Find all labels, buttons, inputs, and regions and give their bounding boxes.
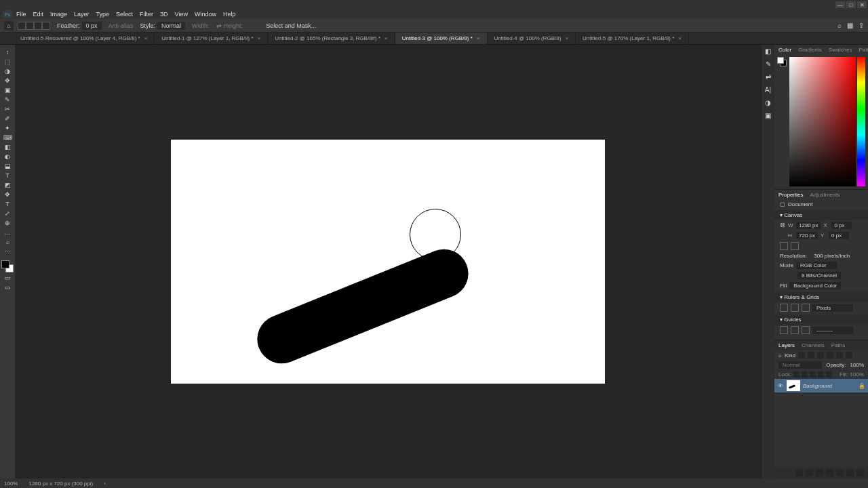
canvas-area[interactable] [15, 45, 761, 479]
visibility-icon[interactable]: 👁 [777, 382, 784, 389]
lasso-tool[interactable]: ◑ [1, 66, 14, 75]
filter-type-icon[interactable] [817, 352, 824, 359]
document-info[interactable]: 1280 px x 720 px (300 ppi) [28, 481, 93, 487]
eraser-tool[interactable]: ◐ [1, 152, 14, 161]
filter-shape-icon[interactable] [827, 352, 833, 359]
hand-tool[interactable]: … [1, 228, 14, 237]
link-layers-icon[interactable] [795, 469, 803, 476]
workspace-icon[interactable]: ▦ [847, 22, 853, 29]
tab-adjustments[interactable]: Adjustments [810, 192, 840, 198]
menu-help[interactable]: Help [223, 11, 236, 18]
doc-tab-0[interactable]: Untitled-5-Recovered @ 100% (Layer 4, RG… [14, 33, 155, 44]
link-icon[interactable]: ⛓ [780, 222, 785, 228]
color-swatches[interactable] [1, 260, 14, 272]
search-icon[interactable]: ⌕ [837, 22, 842, 29]
lock-trans-icon[interactable] [793, 371, 800, 378]
crop-tool[interactable]: ▣ [1, 85, 14, 94]
lock-all-icon[interactable] [826, 371, 832, 378]
mode-select[interactable]: RGB Color [796, 262, 837, 269]
guides-section-header[interactable]: ▾ Guides [774, 314, 868, 325]
panel-icon-1[interactable]: ✎ [766, 60, 771, 68]
doc-tab-4[interactable]: Untitled-4 @ 100% (RGB/8)× [488, 33, 576, 44]
feather-input[interactable]: 0 px [82, 22, 102, 30]
tab-properties[interactable]: Properties [778, 192, 803, 198]
object-select-tool[interactable]: ✥ [1, 76, 14, 85]
close-icon[interactable]: × [565, 35, 568, 41]
move-tool[interactable]: ↕ [1, 47, 14, 56]
layer-thumbnail[interactable] [787, 380, 800, 391]
layer-name[interactable]: Background [803, 383, 856, 389]
select-mask-button[interactable]: Select and Mask... [266, 22, 316, 29]
fill-opacity-value[interactable]: 100% [850, 371, 864, 378]
lock-icon[interactable]: 🔒 [859, 383, 865, 389]
dodge-tool[interactable]: ◩ [1, 180, 14, 189]
x-field[interactable]: 0 px [831, 222, 852, 229]
zoom-tool[interactable]: ⌕ [1, 237, 14, 246]
panel-icon-0[interactable]: ◧ [765, 47, 771, 55]
close-icon[interactable]: × [258, 35, 261, 41]
share-icon[interactable]: ⇪ [859, 22, 864, 29]
menu-select[interactable]: Select [116, 11, 133, 18]
search-icon[interactable]: ⌕ [778, 352, 782, 359]
quick-mask-tool[interactable]: ▭ [1, 273, 14, 282]
orientation-icons[interactable] [774, 241, 868, 251]
rulers-section-header[interactable]: ▾ Rulers & Grids [774, 292, 868, 302]
adjustment-icon[interactable] [826, 469, 833, 476]
ruler-icons[interactable] [780, 304, 810, 312]
layer-background[interactable]: 👁 Background 🔒 [774, 379, 868, 392]
status-arrow-icon[interactable]: › [104, 481, 106, 487]
menu-file[interactable]: File [16, 11, 26, 18]
document-canvas[interactable] [171, 140, 605, 384]
lock-pos-icon[interactable] [810, 371, 816, 378]
group-icon[interactable] [836, 469, 844, 476]
selection-mode-buttons[interactable] [18, 22, 50, 30]
type-tool[interactable]: T [1, 199, 14, 208]
doc-tab-5[interactable]: Untitled-5 @ 170% (Layer 1, RGB/8) *× [576, 33, 689, 44]
gradient-tool[interactable]: ⬓ [1, 161, 14, 170]
zoom-level[interactable]: 100% [4, 481, 18, 487]
path-select-tool[interactable]: ⤢ [1, 209, 14, 218]
shape-tool[interactable]: ⊕ [1, 218, 14, 227]
menu-3d[interactable]: 3D [160, 11, 168, 18]
width-field[interactable]: 1280 px [796, 222, 821, 229]
mask-icon[interactable] [816, 469, 823, 476]
lock-image-icon[interactable] [802, 371, 808, 378]
filter-smart-icon[interactable] [836, 352, 843, 359]
color-picker-area[interactable] [789, 57, 856, 186]
filter-pixel-icon[interactable] [798, 352, 805, 359]
menu-filter[interactable]: Filter [140, 11, 153, 18]
menu-layer[interactable]: Layer [74, 11, 90, 18]
tab-channels[interactable]: Channels [802, 342, 825, 348]
fx-icon[interactable] [806, 469, 813, 476]
edit-toolbar[interactable]: ⋯ [1, 247, 14, 256]
doc-tab-2[interactable]: Untitled-2 @ 165% (Rectangle 3, RGB/8#) … [268, 33, 395, 44]
fill-select[interactable]: Background Color [789, 282, 841, 289]
panel-icon-2[interactable]: ⇄ [766, 73, 771, 81]
panel-icon-3[interactable]: A| [765, 86, 771, 94]
new-layer-icon[interactable] [846, 469, 854, 476]
menu-window[interactable]: Window [195, 11, 216, 18]
tab-paths[interactable]: Paths [831, 342, 845, 348]
eyedropper-tool[interactable]: ✂ [1, 104, 14, 113]
close-icon[interactable]: × [477, 35, 480, 41]
frame-tool[interactable]: ✎ [1, 95, 14, 104]
tab-layers[interactable]: Layers [778, 342, 795, 348]
panel-icon-5[interactable]: ▣ [765, 112, 771, 119]
blend-mode-select[interactable]: Normal [778, 361, 822, 369]
home-icon[interactable]: ⌂ [4, 21, 14, 30]
doc-tab-3[interactable]: Untitled-3 @ 100% (RGB/8) *× [395, 33, 488, 44]
guide-preset-select[interactable]: ——— [812, 327, 853, 334]
close-icon[interactable]: × [678, 35, 682, 41]
mini-swatches[interactable] [777, 57, 787, 66]
menu-view[interactable]: View [175, 11, 188, 18]
panel-icon-4[interactable]: ◑ [765, 99, 771, 106]
depth-select[interactable]: 8 Bits/Channel [797, 272, 841, 279]
canvas-section-header[interactable]: ▾ Canvas [774, 210, 868, 220]
screen-mode-tool[interactable]: ▭ [1, 283, 14, 291]
pen-tool[interactable]: ✥ [1, 190, 14, 199]
window-close-button[interactable]: ✕ [857, 1, 867, 8]
blur-tool[interactable]: T [1, 171, 14, 180]
foreground-color-swatch[interactable] [1, 260, 9, 268]
stamp-tool[interactable]: ⌨ [1, 133, 14, 142]
style-select[interactable]: Normal [157, 22, 185, 30]
